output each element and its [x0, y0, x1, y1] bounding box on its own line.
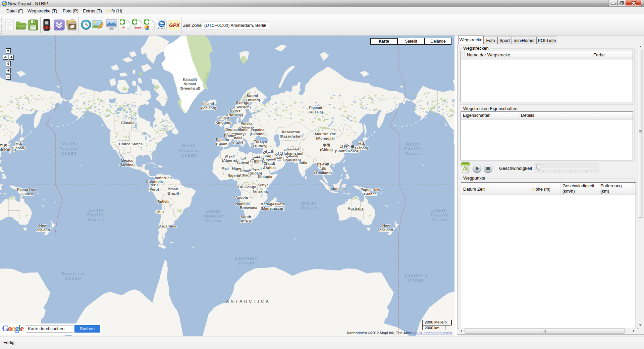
svg-text:South: South: [89, 208, 104, 213]
svg-text:Polska: Polska: [240, 121, 253, 126]
svg-text:(Mexico): (Mexico): [120, 163, 135, 167]
svg-text:Indonesia: Indonesia: [328, 187, 346, 191]
svg-text:Pacific: Pacific: [87, 213, 105, 217]
svg-text:Southern: Southern: [235, 256, 259, 261]
svg-text:Mali: Mali: [221, 166, 228, 170]
svg-text:Pacific: Pacific: [60, 146, 78, 151]
svg-text:(Ukraine): (Ukraine): [250, 132, 266, 136]
svg-text:Chile: Chile: [156, 210, 165, 214]
svg-text:Nunaat: Nunaat: [183, 82, 196, 86]
svg-text:GPX: GPX: [169, 22, 180, 28]
svg-text:Southern: Southern: [404, 273, 428, 278]
svg-text:Kalaallit: Kalaallit: [183, 78, 197, 82]
svg-text:KMZ: KMZ: [158, 27, 166, 30]
svg-text:GPS: GPS: [43, 26, 51, 30]
svg-text:Nigeria: Nigeria: [227, 173, 240, 178]
svg-text:Indian: Indian: [301, 201, 317, 206]
svg-text:Ocean: Ocean: [60, 151, 77, 156]
svg-text:ประเทศ: ประเทศ: [317, 162, 330, 166]
svg-text:(Afghanistan): (Afghanistan): [280, 151, 304, 155]
svg-text:Zealand: Zealand: [36, 228, 50, 232]
svg-text:Atlantic: Atlantic: [178, 148, 199, 153]
svg-text:ليبيا: ليبيا: [240, 156, 246, 160]
svg-text:Brasil: Brasil: [168, 187, 178, 191]
svg-text:Papua New: Papua New: [361, 188, 380, 192]
svg-text:Pacific: Pacific: [404, 147, 422, 151]
svg-text:New: New: [39, 223, 47, 228]
svg-text:South: South: [206, 209, 221, 214]
svg-text:(Saudi: (Saudi: [264, 161, 275, 165]
svg-text:South: South: [432, 208, 447, 213]
svg-text:España: España: [216, 138, 229, 142]
svg-text:Kenya: Kenya: [257, 183, 269, 187]
svg-text:Zealand: Zealand: [379, 228, 393, 232]
svg-text:Southern: Southern: [61, 271, 85, 276]
svg-text:Guinea: Guinea: [20, 192, 33, 196]
svg-text:(Madagascar): (Madagascar): [261, 206, 285, 210]
svg-text:Tanzania: Tanzania: [252, 189, 268, 193]
svg-text:(Norway): (Norway): [227, 113, 243, 117]
svg-text:السعودية: السعودية: [262, 157, 276, 162]
svg-text:Australia: Australia: [347, 206, 364, 210]
svg-text:Ocean: Ocean: [431, 217, 448, 222]
svg-text:South: South: [240, 215, 251, 219]
svg-text:السودان: السودان: [249, 167, 262, 171]
svg-text:İsland: İsland: [203, 102, 214, 106]
svg-text:(Spain): (Spain): [216, 142, 229, 146]
svg-text:Madagasikara: Madagasikara: [261, 202, 285, 206]
svg-text:Africa: Africa: [240, 219, 251, 223]
svg-text:North: North: [406, 142, 420, 147]
svg-text:Guinea: Guinea: [364, 192, 377, 196]
svg-text:대한민국: 대한민국: [340, 145, 355, 149]
svg-text:Ocean: Ocean: [301, 206, 317, 210]
svg-text:(South Korea): (South Korea): [0, 148, 16, 152]
svg-text:fr: fr: [122, 26, 125, 30]
svg-text:United States: United States: [119, 142, 143, 146]
svg-text:مصر: مصر: [253, 154, 260, 159]
svg-text:Монгол Улс: Монгол Улс: [315, 132, 336, 136]
svg-text:Ocean: Ocean: [405, 151, 421, 156]
svg-text:2000 km: 2000 km: [425, 326, 439, 330]
svg-text:Ocean: Ocean: [65, 276, 81, 281]
svg-text:Ocean: Ocean: [180, 153, 197, 158]
svg-text:(Sweden): (Sweden): [234, 105, 251, 109]
svg-text:North: North: [61, 142, 76, 146]
svg-text:Botswana: Botswana: [240, 206, 258, 210]
svg-text:대한민국: 대한민국: [0, 143, 11, 147]
svg-text:Україна: Україна: [251, 128, 265, 132]
svg-text:DR Congo: DR Congo: [238, 185, 256, 189]
svg-text:(Finland): (Finland): [245, 98, 260, 102]
svg-text:(Mongolia): (Mongolia): [316, 136, 335, 140]
svg-text:United: United: [218, 116, 229, 120]
svg-text:Kingdom: Kingdom: [215, 120, 231, 124]
svg-text:(Iceland): (Iceland): [201, 106, 216, 110]
svg-text:Ocean: Ocean: [408, 278, 424, 283]
svg-text:ANTARCTICA: ANTARCTICA: [226, 299, 271, 304]
svg-text:Deutschland: Deutschland: [225, 128, 248, 132]
svg-text:(Italy): (Italy): [233, 140, 243, 144]
svg-text:中国: 中国: [323, 143, 330, 147]
svg-text:(Pakistan): (Pakistan): [283, 158, 301, 162]
svg-text:Ocean: Ocean: [238, 261, 255, 265]
svg-text:(Thailand): (Thailand): [314, 171, 332, 175]
svg-text:(Peru): (Peru): [148, 187, 159, 191]
svg-text:2000 Meile/n: 2000 Meile/n: [425, 320, 447, 324]
svg-text:North: North: [181, 144, 196, 148]
svg-text:日本: 日本: [15, 142, 23, 146]
svg-text:Papua New: Papua New: [17, 188, 37, 192]
svg-text:ایران: ایران: [275, 152, 283, 156]
svg-text:Canada: Canada: [121, 121, 135, 125]
svg-text:(Libya): (Libya): [237, 160, 249, 164]
svg-text:Arabia): Arabia): [263, 166, 276, 170]
svg-text:Namibia: Namibia: [235, 202, 250, 206]
svg-text:(Greenland): (Greenland): [179, 86, 200, 90]
svg-text:New: New: [382, 223, 390, 228]
svg-text:ไทย: ไทย: [319, 166, 326, 170]
svg-text:(Turkey): (Turkey): [253, 144, 268, 148]
svg-text:(Brazil): (Brazil): [166, 191, 179, 195]
svg-text:Ethiopia: Ethiopia: [258, 174, 272, 179]
svg-text:Россия: Россия: [309, 106, 322, 110]
svg-text:Bolivia: Bolivia: [157, 200, 170, 204]
svg-text:(Russia): (Russia): [308, 110, 323, 114]
svg-text:Perú: Perú: [150, 183, 158, 187]
